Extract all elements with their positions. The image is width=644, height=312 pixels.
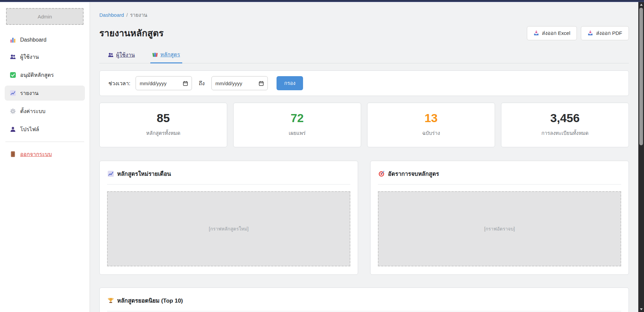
stat-value: 13: [367, 112, 495, 124]
top-courses-card: หลักสูตรยอดนิยม (Top 10): [99, 288, 629, 312]
stat-card-drafts: 13 ฉบับร่าง: [367, 103, 495, 147]
stat-card-total-courses: 85 หลักสูตรทั้งหมด: [99, 103, 227, 147]
stat-card-published: 72 เผยแพร่: [233, 103, 361, 147]
sidebar-item-approve-courses[interactable]: อนุมัติหลักสูตร: [5, 67, 85, 83]
sidebar-item-reports[interactable]: รายงาน: [5, 86, 85, 101]
breadcrumb-dashboard-link[interactable]: Dashboard: [99, 12, 124, 18]
chart-title: หลักสูตรใหม่รายเดือน: [117, 169, 171, 178]
completion-rate-chart-placeholder: [กราฟอัตราจบ]: [378, 191, 621, 266]
logout-button[interactable]: ออกจากระบบ: [5, 147, 85, 162]
trophy-icon: [108, 298, 114, 304]
scroll-up-arrow[interactable]: [638, 2, 644, 7]
line-chart-icon: [10, 90, 16, 96]
date-from-placeholder: mm/dd/yyyy: [140, 81, 166, 86]
window-top-strip: [0, 0, 644, 2]
sidebar: Admin Dashboard ผู้ใช้งาน: [0, 2, 90, 312]
app-root: Admin Dashboard ผู้ใช้งาน: [0, 0, 644, 312]
date-to-label: ถึง: [199, 79, 205, 88]
date-to-placeholder: mm/dd/yyyy: [215, 81, 242, 86]
main-area: Dashboard/รายงาน รายงานหลักสูตร ส่งออก E…: [90, 2, 644, 312]
filter-button[interactable]: กรอง: [277, 76, 303, 90]
stat-value: 85: [100, 112, 227, 124]
scrollbar-thumb[interactable]: [639, 8, 643, 145]
sidebar-item-label: โปรไฟล์: [20, 125, 39, 134]
chart-placeholder-text: [กราฟอัตราจบ]: [484, 225, 515, 232]
sidebar-item-dashboard[interactable]: Dashboard: [5, 34, 85, 46]
stat-label: ฉบับร่าง: [367, 129, 495, 137]
check-icon: [10, 72, 16, 78]
sidebar-item-settings[interactable]: ตั้งค่าระบบ: [5, 104, 85, 119]
tab-courses[interactable]: หลักสูตร: [150, 50, 182, 63]
export-pdf-label: ส่งออก PDF: [596, 29, 622, 37]
books-icon: [152, 52, 158, 57]
date-range-label: ช่วงเวลา:: [108, 79, 130, 88]
sidebar-item-label: อนุมัติหลักสูตร: [20, 71, 54, 79]
stat-label: หลักสูตรทั้งหมด: [100, 129, 227, 137]
completion-rate-chart-card: อัตราการจบหลักสูตร [กราฟอัตราจบ]: [370, 161, 629, 275]
calendar-icon[interactable]: [259, 81, 264, 86]
chart-title: อัตราการจบหลักสูตร: [388, 169, 439, 178]
users-icon: [108, 52, 113, 58]
stat-label: เผยแพร่: [234, 129, 361, 137]
export-buttons: ส่งออก Excel ส่งออก PDF: [527, 26, 629, 40]
download-icon: [588, 31, 593, 36]
person-icon: [10, 126, 16, 132]
sidebar-item-label: ตั้งค่าระบบ: [20, 107, 45, 115]
page-title: รายงานหลักสูตร: [99, 26, 164, 40]
export-excel-button[interactable]: ส่งออก Excel: [527, 26, 577, 40]
top-courses-title: หลักสูตรยอดนิยม (Top 10): [117, 296, 183, 305]
date-to-input[interactable]: mm/dd/yyyy: [211, 76, 268, 90]
bar-chart-icon: [10, 37, 16, 43]
tab-courses-label: หลักสูตร: [160, 50, 180, 59]
users-icon: [10, 54, 16, 60]
target-icon: [379, 171, 385, 177]
sidebar-divider: [5, 142, 84, 142]
sidebar-item-profile[interactable]: โปรไฟล์: [5, 122, 85, 137]
charts-row: หลักสูตรใหม่รายเดือน [กราฟหลักสูตรใหม่]: [99, 161, 629, 275]
admin-brand-placeholder: Admin: [6, 8, 84, 25]
tab-users-label: ผู้ใช้งาน: [116, 51, 135, 59]
breadcrumb-separator: /: [126, 12, 128, 18]
breadcrumb-current: รายงาน: [130, 12, 147, 18]
line-chart-icon: [108, 171, 114, 177]
stat-label: การลงทะเบียนทั้งหมด: [501, 129, 629, 137]
calendar-icon[interactable]: [183, 81, 188, 86]
new-courses-chart-placeholder: [กราฟหลักสูตรใหม่]: [107, 191, 350, 266]
stat-value: 3,456: [501, 112, 629, 124]
export-pdf-button[interactable]: ส่งออก PDF: [581, 26, 629, 40]
stats-row: 85 หลักสูตรทั้งหมด 72 เผยแพร่ 13 ฉบับร่า…: [99, 103, 629, 147]
tab-users[interactable]: ผู้ใช้งาน: [106, 50, 137, 63]
download-icon: [534, 31, 539, 36]
date-from-input[interactable]: mm/dd/yyyy: [136, 76, 192, 90]
stat-value: 72: [234, 112, 361, 124]
sidebar-item-label: รายงาน: [20, 89, 39, 97]
gear-icon: [10, 108, 16, 114]
stat-card-enrollments: 3,456 การลงทะเบียนทั้งหมด: [501, 103, 629, 147]
scroll-down-arrow[interactable]: [638, 307, 644, 312]
door-icon: [10, 151, 16, 157]
new-courses-chart-card: หลักสูตรใหม่รายเดือน [กราฟหลักสูตรใหม่]: [99, 161, 358, 275]
sidebar-item-label: ผู้ใช้งาน: [20, 53, 39, 61]
sidebar-item-users[interactable]: ผู้ใช้งาน: [5, 49, 85, 64]
vertical-scrollbar[interactable]: [638, 2, 644, 312]
logout-label: ออกจากระบบ: [20, 150, 52, 158]
sidebar-item-label: Dashboard: [20, 37, 46, 43]
admin-brand-label: Admin: [38, 14, 52, 19]
report-tabs: ผู้ใช้งาน หลักสูตร: [99, 50, 629, 63]
chart-placeholder-text: [กราฟหลักสูตรใหม่]: [209, 225, 248, 232]
date-filter-bar: ช่วงเวลา: mm/dd/yyyy ถึง mm/dd/yyyy: [99, 70, 629, 96]
export-excel-label: ส่งออก Excel: [542, 29, 570, 37]
breadcrumb: Dashboard/รายงาน: [99, 11, 629, 19]
